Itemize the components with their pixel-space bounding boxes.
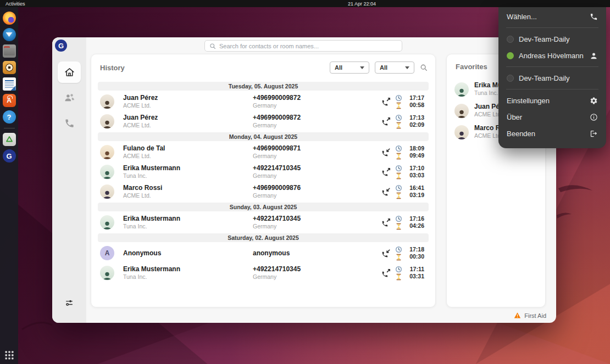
- call-duration: 03:31: [407, 273, 424, 280]
- call-time: 17:18: [407, 246, 424, 253]
- history-search-button[interactable]: [420, 64, 428, 71]
- country: Germany: [253, 223, 381, 230]
- app-sidebar: G: [52, 37, 86, 323]
- date-header: Saturday, 02. August 2025: [98, 233, 429, 242]
- show-applications-icon[interactable]: [0, 350, 18, 361]
- history-filter-1[interactable]: All: [330, 61, 369, 74]
- app-logo-icon: G: [55, 40, 67, 52]
- hourglass-icon: [395, 254, 402, 261]
- call-row[interactable]: Marco Rossi ACME Ltd. +496990009876 Germ…: [98, 182, 429, 201]
- ubuntu-software-icon[interactable]: [3, 94, 16, 107]
- history-panel: History All All Tuesday, 05. August 2025…: [91, 54, 436, 307]
- call-time: 17:16: [407, 215, 424, 222]
- phone-number: anonymous: [253, 249, 381, 257]
- first-aid-button[interactable]: First Aid: [514, 312, 546, 319]
- contact-name: Fulano de Tal: [123, 144, 253, 153]
- person-icon: [101, 189, 113, 199]
- call-time: 17:10: [407, 165, 424, 172]
- files-icon[interactable]: [3, 44, 16, 58]
- rhythmbox-icon[interactable]: [3, 61, 16, 74]
- hourglass-icon: [395, 172, 402, 180]
- call-direction-icon: [381, 249, 391, 258]
- firefox-icon[interactable]: [3, 12, 16, 25]
- help-icon[interactable]: [3, 110, 16, 124]
- tray-menu: Wählen... Dev-Team-Daily Andreas Hövelma…: [498, 7, 606, 148]
- nav-contacts-button[interactable]: [58, 87, 81, 108]
- date-header: Monday, 04. August 2025: [98, 132, 429, 141]
- call-duration: 02:09: [407, 121, 424, 128]
- person-icon: [101, 270, 113, 280]
- call-time: 17:11: [407, 266, 424, 273]
- search-icon: [209, 43, 216, 49]
- menu-item-account-2[interactable]: Andreas Hövelmann: [498, 47, 606, 64]
- call-direction-icon: [381, 167, 391, 177]
- dock-separator: [4, 128, 15, 128]
- call-row[interactable]: Fulano de Tal ACME Ltd. +496990009871 Ge…: [98, 142, 429, 162]
- contact-company: Tuna Inc.: [123, 223, 253, 230]
- menu-divider: [506, 27, 598, 28]
- chevron-down-icon: [360, 66, 364, 69]
- nav-tune-button[interactable]: [60, 295, 79, 311]
- nav-phone-button[interactable]: [58, 113, 81, 134]
- top-bar: Activities 21 Apr 22:04: [0, 0, 610, 7]
- call-direction-icon: [381, 148, 391, 157]
- libreoffice-writer-icon[interactable]: [3, 77, 16, 91]
- menu-item-about[interactable]: Über: [498, 109, 606, 125]
- clock-icon: [395, 184, 402, 192]
- contact-name: Erika Mustermann: [123, 164, 253, 172]
- avatar: A: [100, 246, 114, 260]
- phone-number: +496990009872: [253, 114, 381, 122]
- contact-company: ACME Ltd.: [123, 153, 253, 160]
- menu-item-quit[interactable]: Beenden: [498, 125, 606, 142]
- date-header: Sunday, 03. August 2025: [98, 203, 429, 211]
- avatar: [100, 165, 114, 179]
- menu-divider: [506, 66, 598, 67]
- country: Germany: [253, 122, 381, 129]
- call-row[interactable]: Juan Pérez ACME Ltd. +496990009872 Germa…: [98, 111, 429, 131]
- menu-item-account-1[interactable]: Dev-Team-Daily: [498, 31, 606, 47]
- avatar: [100, 184, 114, 199]
- clock-icon: [395, 94, 402, 102]
- call-row[interactable]: Juan Pérez ACME Ltd. +496990009872 Germa…: [98, 92, 429, 111]
- menu-item-room[interactable]: Dev-Team-Daily: [498, 70, 606, 86]
- call-duration: 03:19: [407, 192, 424, 199]
- call-time: 18:09: [407, 145, 424, 152]
- person-icon: [590, 52, 598, 60]
- country: Germany: [253, 273, 381, 281]
- person-icon: [456, 108, 468, 118]
- contact-company: ACME Ltd.: [123, 102, 253, 109]
- contact-company: Tuna Inc.: [123, 273, 253, 281]
- menu-item-dial[interactable]: Wählen...: [498, 8, 606, 25]
- phone-app-icon[interactable]: [3, 149, 16, 163]
- call-time: 17:17: [407, 94, 424, 102]
- search-input[interactable]: [219, 43, 397, 49]
- logout-icon: [590, 130, 598, 138]
- nav-home-button[interactable]: [58, 61, 81, 83]
- call-duration: 04:26: [407, 222, 424, 229]
- avatar: [100, 266, 114, 280]
- menu-item-settings[interactable]: Einstellungen: [498, 92, 606, 109]
- clock-menu-button[interactable]: 21 Apr 22:04: [348, 0, 376, 7]
- contact-company: ACME Ltd.: [123, 192, 253, 199]
- global-search: [204, 40, 402, 52]
- first-aid-label: First Aid: [524, 312, 546, 319]
- avatar: [454, 82, 469, 97]
- clock-icon: [395, 145, 402, 152]
- person-icon: [101, 99, 113, 109]
- call-row[interactable]: Erika Mustermann Tuna Inc. +492214710345…: [98, 212, 429, 232]
- call-row[interactable]: A Anonymous anonymous 17:1800:30: [98, 243, 429, 263]
- status-dot: [507, 75, 514, 82]
- call-duration: 00:30: [407, 253, 424, 260]
- history-filter-2[interactable]: All: [375, 61, 414, 74]
- contact-name: Marco Rossi: [123, 184, 253, 192]
- call-row[interactable]: Erika Mustermann Tuna Inc. +492214710345…: [98, 162, 429, 182]
- call-duration: 03:03: [407, 172, 424, 179]
- call-row[interactable]: Erika Mustermann Tuna Inc. +492214710345…: [98, 263, 429, 283]
- person-icon: [101, 169, 113, 179]
- activities-button[interactable]: Activities: [5, 1, 25, 7]
- thunderbird-icon[interactable]: [3, 28, 16, 41]
- warning-icon: [514, 312, 521, 319]
- tune-icon: [64, 298, 75, 309]
- trash-icon[interactable]: [3, 133, 16, 146]
- phone-app-window: G History All All Tuesd: [52, 37, 556, 323]
